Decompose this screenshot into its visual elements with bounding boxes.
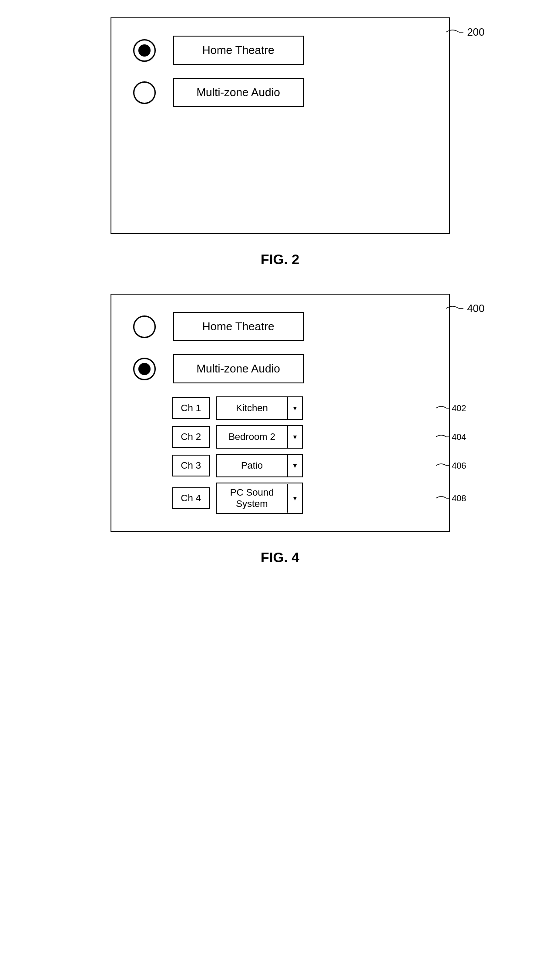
fig4-radio-2[interactable] (133, 358, 156, 380)
fig4-ref-curve-icon (446, 304, 463, 313)
ch4-row: Ch 4 PC Sound System ▼ 408 (172, 483, 427, 514)
fig2-wrapper: Home Theatre Multi-zone Audio 200 (111, 17, 450, 234)
ch2-ref-curve-icon (436, 433, 450, 440)
ch3-zone-text: Patio (217, 456, 287, 475)
fig4-row-2: Multi-zone Audio (133, 354, 427, 383)
fig2-ref-number: 200 (467, 26, 484, 38)
fig2-ref-curve-icon (446, 28, 463, 37)
ch4-dropdown-arrow-icon[interactable]: ▼ (287, 484, 302, 513)
ch2-zone-select[interactable]: Bedroom 2 ▼ (216, 425, 303, 449)
ch2-zone-text: Bedroom 2 (217, 428, 287, 446)
ch4-ref-number: 408 (452, 493, 466, 503)
fig2-row-1: Home Theatre (133, 36, 427, 65)
fig2-multizone-audio-button[interactable]: Multi-zone Audio (173, 78, 304, 107)
ch3-ref: 406 (436, 461, 466, 471)
ch2-ref: 404 (436, 432, 466, 442)
fig2-radio-2[interactable] (133, 81, 156, 104)
diagrams-container: Home Theatre Multi-zone Audio 200 FIG. 2 (26, 17, 534, 592)
fig2-ref: 200 (446, 26, 484, 38)
ch4-ref-curve-icon (436, 495, 450, 502)
fig2-panel: Home Theatre Multi-zone Audio (111, 17, 450, 234)
ch3-row: Ch 3 Patio ▼ 406 (172, 454, 427, 477)
fig4-radio-1[interactable] (133, 315, 156, 338)
ch2-dropdown-arrow-icon[interactable]: ▼ (287, 426, 302, 448)
fig4-panel: Home Theatre Multi-zone Audio Ch 1 Kitch… (111, 294, 450, 532)
ch2-label: Ch 2 (172, 426, 210, 448)
fig4-ref-number: 400 (467, 302, 484, 315)
ch3-ref-curve-icon (436, 462, 450, 469)
fig2-radio-1[interactable] (133, 39, 156, 62)
fig4-ref: 400 (446, 302, 484, 315)
ch4-zone-select[interactable]: PC Sound System ▼ (216, 483, 303, 514)
ch1-zone-text: Kitchen (217, 399, 287, 417)
ch1-ref-number: 402 (452, 403, 466, 413)
ch4-label: Ch 4 (172, 487, 210, 509)
ch3-label: Ch 3 (172, 455, 210, 476)
ch4-zone-text: PC Sound System (217, 483, 287, 513)
fig4-wrapper: Home Theatre Multi-zone Audio Ch 1 Kitch… (111, 294, 450, 532)
ch3-zone-select[interactable]: Patio ▼ (216, 454, 303, 477)
ch1-ref-curve-icon (436, 405, 450, 412)
ch3-ref-number: 406 (452, 461, 466, 471)
fig2-home-theatre-button[interactable]: Home Theatre (173, 36, 304, 65)
ch3-dropdown-arrow-icon[interactable]: ▼ (287, 455, 302, 476)
fig4-caption: FIG. 4 (261, 550, 299, 566)
fig2-caption: FIG. 2 (261, 252, 299, 268)
ch1-ref: 402 (436, 403, 466, 413)
fig2-row-2: Multi-zone Audio (133, 78, 427, 107)
ch2-ref-number: 404 (452, 432, 466, 442)
ch1-zone-select[interactable]: Kitchen ▼ (216, 396, 303, 420)
ch1-row: Ch 1 Kitchen ▼ 402 (172, 396, 427, 420)
fig4-row-1: Home Theatre (133, 312, 427, 341)
fig2-spacer (133, 120, 427, 216)
ch2-row: Ch 2 Bedroom 2 ▼ 404 (172, 425, 427, 449)
channel-section: Ch 1 Kitchen ▼ 402 Ch 2 (172, 396, 427, 514)
ch1-dropdown-arrow-icon[interactable]: ▼ (287, 397, 302, 419)
fig4-home-theatre-button[interactable]: Home Theatre (173, 312, 304, 341)
ch4-ref: 408 (436, 493, 466, 503)
fig4-multizone-audio-button[interactable]: Multi-zone Audio (173, 354, 304, 383)
ch1-label: Ch 1 (172, 397, 210, 419)
